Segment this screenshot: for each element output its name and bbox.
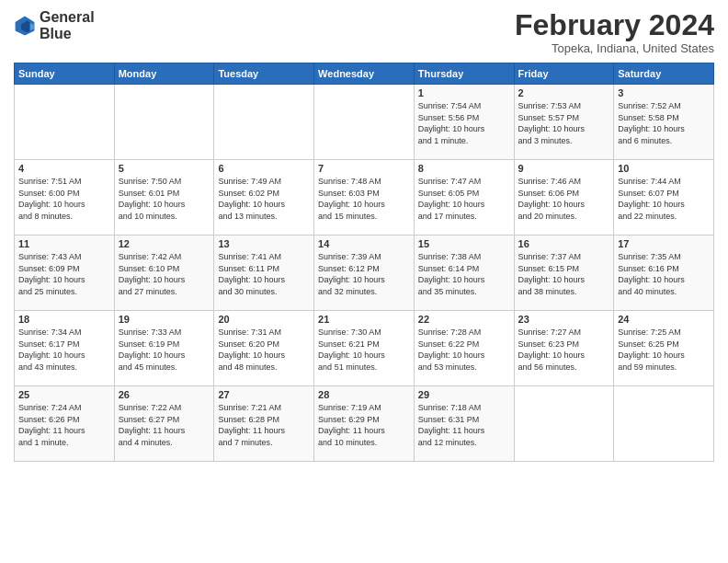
calendar-cell: 17Sunrise: 7:35 AMSunset: 6:16 PMDayligh… xyxy=(614,236,714,311)
calendar-cell: 14Sunrise: 7:39 AMSunset: 6:12 PMDayligh… xyxy=(314,236,415,311)
day-header-saturday: Saturday xyxy=(614,63,714,85)
week-row-0: 1Sunrise: 7:54 AMSunset: 5:56 PMDaylight… xyxy=(15,85,714,160)
day-info: Sunrise: 7:35 AMSunset: 6:16 PMDaylight:… xyxy=(618,251,710,297)
calendar-cell: 6Sunrise: 7:49 AMSunset: 6:02 PMDaylight… xyxy=(214,160,314,236)
calendar-cell: 12Sunrise: 7:42 AMSunset: 6:10 PMDayligh… xyxy=(114,236,214,311)
day-header-sunday: Sunday xyxy=(15,63,115,85)
day-info: Sunrise: 7:30 AMSunset: 6:21 PMDaylight:… xyxy=(318,327,410,373)
calendar-cell: 16Sunrise: 7:37 AMSunset: 6:15 PMDayligh… xyxy=(514,236,614,311)
day-info: Sunrise: 7:31 AMSunset: 6:20 PMDaylight:… xyxy=(218,327,310,373)
calendar-cell: 5Sunrise: 7:50 AMSunset: 6:01 PMDaylight… xyxy=(114,160,214,236)
calendar-cell xyxy=(314,85,415,160)
header-row: SundayMondayTuesdayWednesdayThursdayFrid… xyxy=(15,63,714,85)
day-info: Sunrise: 7:42 AMSunset: 6:10 PMDaylight:… xyxy=(119,251,210,297)
day-info: Sunrise: 7:34 AMSunset: 6:17 PMDaylight:… xyxy=(18,327,110,373)
calendar-cell: 24Sunrise: 7:25 AMSunset: 6:25 PMDayligh… xyxy=(614,311,714,386)
day-number: 16 xyxy=(518,238,610,249)
day-number: 11 xyxy=(18,238,110,249)
day-info: Sunrise: 7:53 AMSunset: 5:57 PMDaylight:… xyxy=(518,100,610,146)
logo-text: General Blue xyxy=(40,9,95,41)
day-number: 18 xyxy=(18,314,110,325)
day-number: 26 xyxy=(119,389,210,400)
day-number: 24 xyxy=(618,314,710,325)
day-info: Sunrise: 7:21 AMSunset: 6:28 PMDaylight:… xyxy=(218,402,310,448)
day-number: 10 xyxy=(618,163,710,174)
calendar-body: 1Sunrise: 7:54 AMSunset: 5:56 PMDaylight… xyxy=(15,85,714,462)
week-row-4: 25Sunrise: 7:24 AMSunset: 6:26 PMDayligh… xyxy=(15,386,714,462)
day-header-friday: Friday xyxy=(514,63,614,85)
day-info: Sunrise: 7:47 AMSunset: 6:05 PMDaylight:… xyxy=(418,176,510,222)
day-info: Sunrise: 7:39 AMSunset: 6:12 PMDaylight:… xyxy=(318,251,410,297)
calendar-cell xyxy=(114,85,214,160)
calendar-header: SundayMondayTuesdayWednesdayThursdayFrid… xyxy=(15,63,714,85)
week-row-2: 11Sunrise: 7:43 AMSunset: 6:09 PMDayligh… xyxy=(15,236,714,311)
calendar-cell: 23Sunrise: 7:27 AMSunset: 6:23 PMDayligh… xyxy=(514,311,614,386)
header: General Blue February 2024 Topeka, India… xyxy=(14,9,714,55)
calendar-cell: 2Sunrise: 7:53 AMSunset: 5:57 PMDaylight… xyxy=(514,85,614,160)
day-header-monday: Monday xyxy=(114,63,214,85)
calendar-table: SundayMondayTuesdayWednesdayThursdayFrid… xyxy=(14,63,714,462)
day-info: Sunrise: 7:25 AMSunset: 6:25 PMDaylight:… xyxy=(618,327,710,373)
calendar-cell: 21Sunrise: 7:30 AMSunset: 6:21 PMDayligh… xyxy=(314,311,415,386)
calendar-cell: 25Sunrise: 7:24 AMSunset: 6:26 PMDayligh… xyxy=(15,386,115,462)
calendar-container: General Blue February 2024 Topeka, India… xyxy=(0,0,728,563)
calendar-cell: 26Sunrise: 7:22 AMSunset: 6:27 PMDayligh… xyxy=(114,386,214,462)
day-info: Sunrise: 7:54 AMSunset: 5:56 PMDaylight:… xyxy=(418,100,510,146)
day-number: 21 xyxy=(318,314,410,325)
day-info: Sunrise: 7:28 AMSunset: 6:22 PMDaylight:… xyxy=(418,327,510,373)
day-number: 6 xyxy=(218,163,310,174)
calendar-cell: 15Sunrise: 7:38 AMSunset: 6:14 PMDayligh… xyxy=(414,236,514,311)
day-info: Sunrise: 7:27 AMSunset: 6:23 PMDaylight:… xyxy=(518,327,610,373)
day-info: Sunrise: 7:48 AMSunset: 6:03 PMDaylight:… xyxy=(318,176,410,222)
logo-line1: General xyxy=(40,9,95,25)
day-info: Sunrise: 7:52 AMSunset: 5:58 PMDaylight:… xyxy=(618,100,710,146)
day-info: Sunrise: 7:46 AMSunset: 6:06 PMDaylight:… xyxy=(518,176,610,222)
calendar-cell: 11Sunrise: 7:43 AMSunset: 6:09 PMDayligh… xyxy=(15,236,115,311)
day-info: Sunrise: 7:38 AMSunset: 6:14 PMDaylight:… xyxy=(418,251,510,297)
day-number: 17 xyxy=(618,238,710,249)
day-number: 22 xyxy=(418,314,510,325)
calendar-cell: 3Sunrise: 7:52 AMSunset: 5:58 PMDaylight… xyxy=(614,85,714,160)
calendar-cell: 19Sunrise: 7:33 AMSunset: 6:19 PMDayligh… xyxy=(114,311,214,386)
day-number: 27 xyxy=(218,389,310,400)
calendar-cell xyxy=(614,386,714,462)
calendar-cell: 13Sunrise: 7:41 AMSunset: 6:11 PMDayligh… xyxy=(214,236,314,311)
calendar-cell: 29Sunrise: 7:18 AMSunset: 6:31 PMDayligh… xyxy=(414,386,514,462)
calendar-cell: 27Sunrise: 7:21 AMSunset: 6:28 PMDayligh… xyxy=(214,386,314,462)
calendar-cell: 1Sunrise: 7:54 AMSunset: 5:56 PMDaylight… xyxy=(414,85,514,160)
day-info: Sunrise: 7:50 AMSunset: 6:01 PMDaylight:… xyxy=(119,176,210,222)
logo-icon xyxy=(14,15,36,37)
calendar-cell: 10Sunrise: 7:44 AMSunset: 6:07 PMDayligh… xyxy=(614,160,714,236)
day-number: 8 xyxy=(418,163,510,174)
calendar-cell: 8Sunrise: 7:47 AMSunset: 6:05 PMDaylight… xyxy=(414,160,514,236)
location: Topeka, Indiana, United States xyxy=(515,41,714,55)
day-header-wednesday: Wednesday xyxy=(314,63,415,85)
calendar-cell: 9Sunrise: 7:46 AMSunset: 6:06 PMDaylight… xyxy=(514,160,614,236)
day-info: Sunrise: 7:41 AMSunset: 6:11 PMDaylight:… xyxy=(218,251,310,297)
calendar-cell: 18Sunrise: 7:34 AMSunset: 6:17 PMDayligh… xyxy=(15,311,115,386)
day-header-thursday: Thursday xyxy=(414,63,514,85)
logo: General Blue xyxy=(14,9,95,41)
day-number: 15 xyxy=(418,238,510,249)
day-number: 4 xyxy=(18,163,110,174)
day-info: Sunrise: 7:33 AMSunset: 6:19 PMDaylight:… xyxy=(119,327,210,373)
day-number: 19 xyxy=(119,314,210,325)
day-info: Sunrise: 7:22 AMSunset: 6:27 PMDaylight:… xyxy=(119,402,210,448)
day-number: 2 xyxy=(518,87,610,98)
day-header-tuesday: Tuesday xyxy=(214,63,314,85)
day-info: Sunrise: 7:44 AMSunset: 6:07 PMDaylight:… xyxy=(618,176,710,222)
day-number: 7 xyxy=(318,163,410,174)
day-info: Sunrise: 7:49 AMSunset: 6:02 PMDaylight:… xyxy=(218,176,310,222)
calendar-cell: 20Sunrise: 7:31 AMSunset: 6:20 PMDayligh… xyxy=(214,311,314,386)
day-number: 13 xyxy=(218,238,310,249)
day-number: 20 xyxy=(218,314,310,325)
day-info: Sunrise: 7:43 AMSunset: 6:09 PMDaylight:… xyxy=(18,251,110,297)
week-row-3: 18Sunrise: 7:34 AMSunset: 6:17 PMDayligh… xyxy=(15,311,714,386)
month-title: February 2024 xyxy=(515,9,714,41)
day-number: 9 xyxy=(518,163,610,174)
day-number: 23 xyxy=(518,314,610,325)
day-info: Sunrise: 7:24 AMSunset: 6:26 PMDaylight:… xyxy=(18,402,110,448)
day-number: 29 xyxy=(418,389,510,400)
calendar-cell: 4Sunrise: 7:51 AMSunset: 6:00 PMDaylight… xyxy=(15,160,115,236)
day-number: 28 xyxy=(318,389,410,400)
